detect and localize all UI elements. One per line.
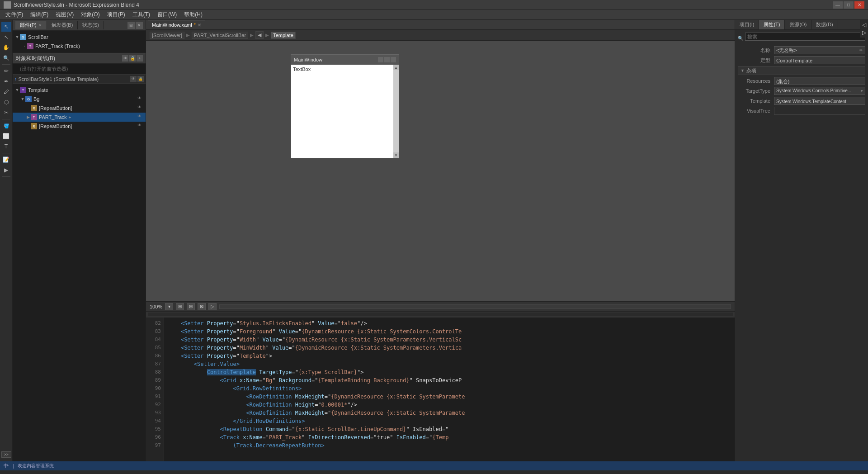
panel-float-icon[interactable]: ⊟ [127,22,135,29]
doc-tab-close[interactable]: ✕ [198,23,201,28]
code-line-88: ControlTemplate TargetType="{x:Type Scro… [168,368,731,376]
right-icon-2[interactable]: ▷ [862,29,866,36]
objects-header: 对象和时间线(B) 👁 🔒 + [13,53,146,64]
objects-icon2[interactable]: 🔒 [129,55,136,62]
breadcrumb-back[interactable]: ◀ [255,31,264,39]
menu-object[interactable]: 对象(O) [77,10,103,19]
prop-targettype-value[interactable]: System.Windows.Controls.Primitive... ▾ [774,87,865,95]
tree-item-template[interactable]: ▼ T Template [13,85,146,95]
canvas-maximize[interactable] [384,57,390,62]
prop-resources-value[interactable]: (集合) [774,77,865,85]
rp-tab-properties[interactable]: 属性(T) [759,20,785,29]
tool-fill[interactable]: 🪣 [1,121,11,131]
canvas-content: TextBox ▲ ▼ [291,65,399,158]
menu-edit[interactable]: 编辑(E) [27,10,52,19]
targettype-arrow[interactable]: ▾ [861,87,863,95]
tool-cut[interactable]: ✂ [1,108,11,118]
canvas-scrollbar[interactable]: ▲ ▼ [393,65,399,158]
maximize-button[interactable]: □ [844,1,854,9]
objects-panel: 对象和时间线(B) 👁 🔒 + (没有打开的窗节选器) ↑ ScrollBarS… [13,53,146,461]
tool-shape[interactable]: ⬡ [1,97,11,107]
prop-template-value[interactable]: System.Windows.TemplateContent [774,97,865,105]
tree-item-bg[interactable]: ▼ G Bg 👁 [13,95,146,104]
line-num-86: 86 [146,352,164,360]
tool-brush[interactable]: 🖊 [1,87,11,97]
parttrack-eye[interactable]: 👁 [137,114,144,120]
zoom-actual[interactable]: ⊠ [198,303,206,310]
tree-item-repeatbtn2[interactable]: R [RepeatButton] 👁 [13,122,146,131]
tab-parts[interactable]: 部件(P) ✕ [15,21,47,29]
h-scrollbar[interactable] [146,311,735,317]
name-value[interactable]: <无名称> ✏ [774,46,865,54]
horizontal-scrollbar[interactable] [219,304,731,309]
window-controls: — □ ✕ [833,1,864,9]
name-edit-icon[interactable]: ✏ [859,46,863,54]
tool-pan[interactable]: ✋ [1,43,11,52]
menu-help[interactable]: 帮助(H) [180,10,206,19]
tool-text[interactable]: T [1,142,11,152]
section-lock-icon[interactable]: 🔒 [137,76,144,82]
tree-part-track[interactable]: ◦ T PART_Track (Track) [13,42,146,51]
repeatbtn2-eye[interactable]: 👁 [137,123,144,129]
tool-select[interactable]: ↖ [1,22,11,32]
menu-view[interactable]: 视图(V) [52,10,77,19]
tool-direct-select[interactable]: ↖ [1,32,11,42]
repeatbtn2-icon: R [31,123,37,129]
rp-tab-project[interactable]: 项目(I) [735,20,759,29]
section-triangle: ▼ [741,68,745,73]
section-eye-icon[interactable]: 👁 [130,76,137,82]
scroll-arrow-down[interactable]: ▼ [393,152,399,158]
canvas-close[interactable] [391,57,396,62]
code-line-94: </Grid.RowDefinitions> [168,417,731,425]
bg-eye[interactable]: 👁 [137,96,144,102]
right-icon-1[interactable]: ◁ [862,22,866,28]
doc-tab-mainwindow[interactable]: MainWindow.xaml * ✕ [148,20,205,29]
code-line-96: <Track x:Name="PART_Track" IsDirectionRe… [168,433,731,441]
tool-asset[interactable]: 📝 [1,155,11,165]
tool-pen[interactable]: ✏ [1,66,11,76]
line-num-89: 89 [146,376,164,384]
canvas-minimize[interactable] [378,57,383,62]
tree-item-repeatbtn1[interactable]: R [RepeatButton] 👁 [13,104,146,113]
bg-expand: ▼ [20,96,25,102]
code-content[interactable]: <Setter Property="Stylus.IsFlicksEnabled… [164,318,735,461]
tool-expand[interactable]: >> [1,451,11,458]
objects-icon1[interactable]: 👁 [122,55,128,62]
line-num-94: 94 [146,417,164,425]
breadcrumb-verticalscrollbar[interactable]: PART_VerticalScrollBar [192,32,248,39]
line-num-92: 92 [146,401,164,409]
scroll-arrow-up[interactable]: ▲ [393,65,399,70]
breadcrumb-template[interactable]: Template [271,32,296,39]
zoom-play[interactable]: ▷ [208,303,217,310]
scroll-thumb[interactable] [393,70,399,152]
tab-triggers[interactable]: 触发器(B) [47,21,78,29]
search-input[interactable] [745,33,865,41]
minimize-button[interactable]: — [833,1,843,9]
tool-state[interactable]: ▶ [1,165,11,175]
menu-window[interactable]: 窗口(W) [154,10,180,19]
objects-add[interactable]: + [137,55,143,62]
tab-parts-close[interactable]: ✕ [38,23,42,28]
menu-tools[interactable]: 工具(T) [129,10,154,19]
zoom-grid[interactable]: ⊞ [176,303,184,310]
close-button[interactable]: ✕ [854,1,864,9]
zoom-fit[interactable]: ⊟ [187,303,195,310]
tree-scrollbar[interactable]: ▼ S ScrollBar [13,33,146,42]
menu-project[interactable]: 项目(P) [104,10,129,19]
menu-file[interactable]: 文件(F) [2,10,27,19]
prop-visualtree-value[interactable] [774,107,865,115]
zoom-dropdown[interactable]: ▾ [165,303,173,310]
tab-states[interactable]: 状态(S) [78,21,104,29]
tool-rect[interactable]: ⬜ [1,131,11,141]
repeatbtn1-eye[interactable]: 👁 [137,105,144,111]
panel-close-icon[interactable]: ✕ [136,22,143,29]
parttrack-plus[interactable]: + [69,115,71,120]
tree-item-part-track[interactable]: ▶ T PART_Track + 👁 [13,113,146,122]
rp-tab-data[interactable]: 数据(D) [811,20,838,29]
h-scroll-track[interactable] [148,313,733,316]
tool-pen2[interactable]: ✒ [1,76,11,86]
tool-zoom[interactable]: 🔍 [1,53,11,63]
tool-separator-3 [2,153,10,153]
breadcrumb-scrollviewer[interactable]: [ScrollViewer] [150,32,184,39]
rp-tab-resources[interactable]: 资源(O) [785,20,811,29]
